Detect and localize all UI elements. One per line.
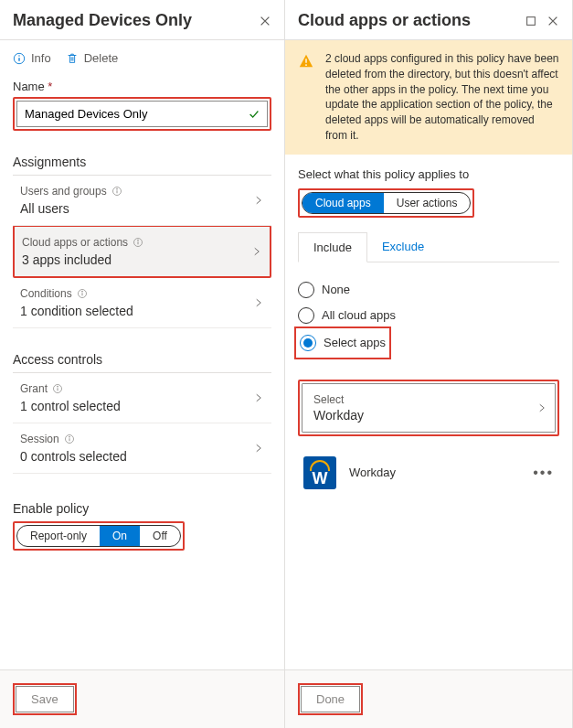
info-icon xyxy=(64,434,75,444)
users-groups-label: Users and groups xyxy=(20,185,107,198)
select-picker-label: Select xyxy=(313,393,544,406)
users-groups-value: All users xyxy=(20,201,266,216)
info-icon xyxy=(52,383,63,394)
chevron-right-icon xyxy=(253,297,264,308)
conditions-label: Conditions xyxy=(20,287,72,300)
app-icon-letter: W xyxy=(313,470,328,489)
cloud-apps-value: 3 apps included xyxy=(22,252,264,267)
info-icon xyxy=(133,237,143,248)
chevron-right-icon xyxy=(536,402,547,413)
cloud-apps-row[interactable]: Cloud apps or actions 3 apps included xyxy=(15,227,270,276)
enable-policy-highlight: Report-only On Off xyxy=(13,521,185,551)
enable-policy-toggle[interactable]: Report-only On Off xyxy=(16,525,181,547)
save-button-highlight: Save xyxy=(13,683,77,715)
grant-label: Grant xyxy=(20,382,48,395)
policy-panel: Managed Devices Only Info Delete Name * … xyxy=(0,0,285,728)
left-panel-footer: Save xyxy=(0,669,284,728)
session-value: 0 controls selected xyxy=(20,449,266,464)
chevron-right-icon xyxy=(253,392,264,403)
workday-icon: W xyxy=(303,456,336,489)
grant-value: 1 control selected xyxy=(20,399,266,413)
chevron-right-icon xyxy=(253,195,264,206)
svg-point-8 xyxy=(138,240,139,241)
tab-include[interactable]: Include xyxy=(298,232,367,262)
svg-point-11 xyxy=(81,291,82,292)
select-picker-value: Workday xyxy=(313,408,544,423)
more-options-button[interactable]: ••• xyxy=(533,465,554,481)
name-input[interactable] xyxy=(16,101,268,127)
cloud-apps-panel: Cloud apps or actions 2 cloud apps confi… xyxy=(285,0,573,728)
right-panel-footer: Done xyxy=(285,669,572,728)
pill-report-only[interactable]: Report-only xyxy=(17,526,100,546)
info-label: Info xyxy=(31,51,51,65)
check-icon xyxy=(248,108,260,121)
info-icon xyxy=(13,52,26,65)
panel-title: Cloud apps or actions xyxy=(298,11,515,30)
select-apps-highlight: Select Workday xyxy=(298,380,559,436)
radio-select-label: Select apps xyxy=(324,336,386,349)
grant-row[interactable]: Grant 1 control selected xyxy=(13,373,271,423)
name-label: Name * xyxy=(13,80,271,93)
info-icon xyxy=(111,186,122,197)
right-panel-body: Select what this policy applies to Cloud… xyxy=(285,155,572,669)
cloud-apps-label: Cloud apps or actions xyxy=(22,236,128,249)
conditions-value: 1 condition selected xyxy=(20,304,266,318)
close-icon[interactable] xyxy=(259,15,271,27)
enable-policy-label: Enable policy xyxy=(13,501,271,516)
toolbar: Info Delete xyxy=(13,51,271,74)
delete-button[interactable]: Delete xyxy=(66,51,119,65)
scope-radio-group: None All cloud apps Select apps xyxy=(298,277,559,358)
svg-point-2 xyxy=(18,55,19,56)
save-button[interactable]: Save xyxy=(16,686,74,712)
pill-user-actions[interactable]: User actions xyxy=(384,193,471,213)
svg-point-20 xyxy=(305,64,307,66)
name-input-highlight xyxy=(13,97,271,131)
warning-banner: 2 cloud apps configured in this policy h… xyxy=(285,40,572,155)
warning-text: 2 cloud apps configured in this policy h… xyxy=(325,52,559,142)
conditions-row[interactable]: Conditions 1 condition selected xyxy=(13,278,271,328)
svg-point-17 xyxy=(69,436,69,437)
cloud-apps-highlight: Cloud apps or actions 3 apps included xyxy=(13,225,271,278)
pill-on[interactable]: On xyxy=(100,526,140,546)
trash-icon xyxy=(66,52,79,65)
svg-point-5 xyxy=(116,188,117,189)
warning-icon xyxy=(298,53,314,70)
pill-cloud-apps[interactable]: Cloud apps xyxy=(302,193,384,213)
radio-none-label: None xyxy=(322,283,350,296)
delete-label: Delete xyxy=(84,51,119,65)
close-icon[interactable] xyxy=(546,15,559,27)
panel-title: Managed Devices Only xyxy=(13,11,249,30)
selected-app-item: W Workday ••• xyxy=(298,444,559,502)
info-icon xyxy=(77,288,88,299)
tab-exclude[interactable]: Exclude xyxy=(367,232,439,262)
users-groups-row[interactable]: Users and groups All users xyxy=(13,176,271,226)
radio-all-cloud-apps[interactable]: All cloud apps xyxy=(298,303,559,328)
assignments-section-title: Assignments xyxy=(13,155,271,176)
left-panel-body: Info Delete Name * Assignments Users and… xyxy=(0,40,284,669)
pill-off[interactable]: Off xyxy=(140,526,180,546)
session-row[interactable]: Session 0 controls selected xyxy=(13,423,271,474)
info-button[interactable]: Info xyxy=(13,51,51,65)
svg-point-14 xyxy=(58,386,58,387)
applies-to-label: Select what this policy applies to xyxy=(298,167,559,181)
done-button-highlight: Done xyxy=(298,683,363,715)
done-button[interactable]: Done xyxy=(301,686,360,712)
access-controls-section-title: Access controls xyxy=(13,352,271,373)
radio-select-highlight: Select apps xyxy=(294,327,391,359)
maximize-icon[interactable] xyxy=(525,15,537,27)
svg-rect-18 xyxy=(527,16,536,25)
include-exclude-tabs: Include Exclude xyxy=(298,232,559,262)
radio-all-label: All cloud apps xyxy=(322,308,396,322)
app-name: Workday xyxy=(349,466,520,479)
chevron-right-icon xyxy=(253,443,264,454)
right-panel-header: Cloud apps or actions xyxy=(285,0,572,40)
session-label: Session xyxy=(20,433,59,445)
radio-select-apps[interactable]: Select apps xyxy=(300,330,386,356)
applies-to-toggle[interactable]: Cloud apps User actions xyxy=(302,192,471,214)
left-panel-header: Managed Devices Only xyxy=(0,0,284,40)
applies-to-highlight: Cloud apps User actions xyxy=(298,188,474,218)
radio-none[interactable]: None xyxy=(298,277,559,303)
chevron-right-icon xyxy=(251,246,262,257)
select-apps-picker[interactable]: Select Workday xyxy=(302,383,556,433)
